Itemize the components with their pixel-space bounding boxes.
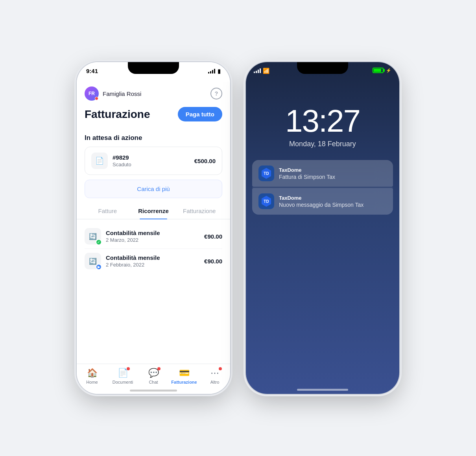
bottom-nav: 🏠 Home 📄 Documenti 💬 Chat 💳 Fatturazione <box>77 364 230 394</box>
recurring-icon-1: 🔄 ✓ <box>85 228 101 245</box>
section-title: In attesa di azione <box>77 128 230 147</box>
td-hex-2: TD <box>261 196 272 207</box>
invoice-status: Scaduto <box>113 162 190 167</box>
notif-app-name-2: TaxDome <box>279 195 387 201</box>
nav-chat-label: Chat <box>149 380 158 384</box>
nav-home[interactable]: 🏠 Home <box>77 368 107 384</box>
recurring-date-2: 2 Febbraio, 2022 <box>106 262 199 268</box>
notif-message-1: Fattura di Simpson Tax <box>279 174 387 180</box>
recurring-info-1: Contabilità mensile 2 Marzo, 2022 <box>106 230 199 243</box>
time-display: 9:41 <box>86 68 98 74</box>
user-info: FR Famiglia Rossi <box>85 86 141 101</box>
lock-status-right: ⚡ <box>373 68 391 73</box>
altro-icon: ⋯ <box>210 368 219 378</box>
header-top: FR Famiglia Rossi ? <box>85 86 222 101</box>
nav-home-label: Home <box>86 380 98 384</box>
invoice-card[interactable]: 📄 #9829 Scaduto €500.00 <box>85 147 222 175</box>
lock-screen-content: 13:27 Monday, 18 February TD TaxDome Fat… <box>246 82 399 394</box>
td-hex-1: TD <box>261 168 272 179</box>
nav-chat[interactable]: 💬 Chat <box>138 368 169 384</box>
app-header: FR Famiglia Rossi ? Fatturazione Paga tu… <box>77 82 230 128</box>
badge-green-icon: ✓ <box>96 239 102 245</box>
right-phone: 📶 ⚡ 13:27 Monday, 18 February TD <box>246 62 399 394</box>
notif-app-name-1: TaxDome <box>279 167 387 173</box>
avatar: FR <box>85 86 99 101</box>
left-phone: 9:41 ▮ FR <box>77 62 230 394</box>
chat-badge <box>157 367 161 370</box>
nav-altro[interactable]: ⋯ Altro <box>199 368 230 384</box>
documenti-icon: 📄 <box>118 368 128 378</box>
notif-separator <box>252 187 393 188</box>
pay-all-button[interactable]: Paga tutto <box>178 107 222 121</box>
help-button[interactable]: ? <box>210 88 222 99</box>
recurring-info-2: Contabilità mensile 2 Febbraio, 2022 <box>106 254 199 268</box>
notifications-area: TD TaxDome Fattura di Simpson Tax TD Tax… <box>252 160 393 215</box>
recurring-name-1: Contabilità mensile <box>106 230 199 236</box>
user-name: Famiglia Rossi <box>103 90 141 97</box>
tabs-container: Fatture Ricorrenze Fatturazione <box>77 203 230 219</box>
battery-icon: ▮ <box>218 68 221 74</box>
documenti-badge <box>127 367 130 370</box>
notif-message-2: Nuovo messaggio da Simpson Tax <box>279 202 387 208</box>
recurring-amount-1: €90.00 <box>204 233 222 240</box>
invoice-icon: 📄 <box>91 153 108 169</box>
page-title: Fatturazione <box>85 108 150 121</box>
page-title-row: Fatturazione Paga tutto <box>85 105 222 128</box>
lock-time-area: 13:27 Monday, 18 February <box>246 82 399 148</box>
notif-content-2: TaxDome Nuovo messaggio da Simpson Tax <box>279 195 387 208</box>
fatturazione-icon: 💳 <box>179 368 190 378</box>
status-bar-left: 9:41 ▮ <box>77 62 230 82</box>
notif-content-1: TaxDome Fattura di Simpson Tax <box>279 167 387 180</box>
invoice-info: #9829 Scaduto <box>113 154 190 167</box>
invoice-number: #9829 <box>113 154 190 161</box>
nav-altro-label: Altro <box>210 380 220 384</box>
battery-icon-lock <box>373 68 384 73</box>
nav-documenti-label: Documenti <box>113 380 133 384</box>
load-more-button[interactable]: Carica di più <box>85 180 222 198</box>
notification-1[interactable]: TD TaxDome Fattura di Simpson Tax <box>252 160 393 187</box>
nav-fatturazione-label: Fatturazione <box>171 380 197 384</box>
recurring-amount-2: €90.00 <box>204 258 222 265</box>
recurring-list: 🔄 ✓ Contabilità mensile 2 Marzo, 2022 €9… <box>77 219 230 278</box>
badge-blue-icon: ▶ <box>96 264 102 270</box>
lock-time: 13:27 <box>246 105 399 137</box>
tab-ricorrenze[interactable]: Ricorrenze <box>131 203 177 219</box>
charging-icon: ⚡ <box>386 68 391 73</box>
notif-app-icon-2: TD <box>258 193 274 209</box>
notif-app-icon-1: TD <box>258 165 274 181</box>
altro-badge <box>219 367 222 370</box>
notch-right <box>297 62 348 74</box>
home-indicator <box>130 390 177 392</box>
recurring-name-2: Contabilità mensile <box>106 254 199 261</box>
lock-status-left: 📶 <box>254 68 269 74</box>
nav-documenti[interactable]: 📄 Documenti <box>107 368 138 384</box>
invoice-amount: €500.00 <box>194 158 216 164</box>
tab-fatture[interactable]: Fatture <box>85 203 131 219</box>
recurring-icon-2: 🔄 ▶ <box>85 253 101 269</box>
lock-date: Monday, 18 February <box>246 140 399 148</box>
chat-icon: 💬 <box>148 368 159 378</box>
recurring-item-2[interactable]: 🔄 ▶ Contabilità mensile 2 Febbraio, 2022… <box>85 249 222 273</box>
nav-fatturazione[interactable]: 💳 Fatturazione <box>169 368 199 384</box>
signal-icon <box>208 69 215 74</box>
home-icon: 🏠 <box>87 368 98 378</box>
wifi-icon: 📶 <box>263 68 269 74</box>
tab-fatturazione[interactable]: Fatturazione <box>176 203 222 219</box>
avatar-dot <box>95 97 98 100</box>
recurring-item-1[interactable]: 🔄 ✓ Contabilità mensile 2 Marzo, 2022 €9… <box>85 224 222 249</box>
recurring-date-1: 2 Marzo, 2022 <box>106 237 199 243</box>
lock-home-indicator <box>297 389 348 391</box>
status-icons: ▮ <box>208 68 221 74</box>
notification-2[interactable]: TD TaxDome Nuovo messaggio da Simpson Ta… <box>252 188 393 215</box>
signal-icon-lock <box>254 68 261 73</box>
app-content: FR Famiglia Rossi ? Fatturazione Paga tu… <box>77 82 230 394</box>
